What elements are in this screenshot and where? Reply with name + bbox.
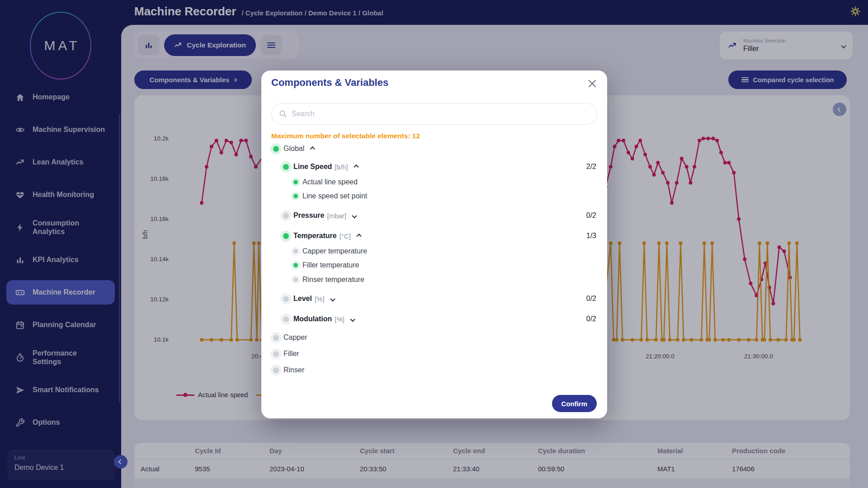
chevron-up-icon [310, 146, 315, 151]
tree-item-level[interactable]: Level[%]0/2 [261, 292, 607, 305]
tree-item-label: Global [283, 145, 304, 153]
tree-item-temperature[interactable]: Temperature[°C]1/3 [261, 229, 607, 243]
tree-item-capper[interactable]: Capper [261, 331, 607, 344]
selection-count: 0/2 [586, 295, 596, 303]
tree-item-label: Capper temperature [302, 247, 367, 255]
chevron-up-icon [354, 164, 359, 169]
selection-count: 0/2 [586, 211, 596, 220]
tree-item-label: Actual line speed [302, 178, 358, 186]
close-icon[interactable] [588, 80, 596, 88]
tree-item-filler[interactable]: Filler [261, 347, 607, 361]
tree-item-capper-temperature[interactable]: Capper temperature [261, 244, 607, 258]
tree-item-rinser[interactable]: Rinser [261, 363, 607, 377]
tree-item-label: Filler [283, 350, 299, 358]
tree-item-actual-line-speed[interactable]: Actual line speed [261, 175, 607, 189]
tree-item-line-speed-set-point[interactable]: Line speed set point [261, 189, 607, 203]
unselected-dot-icon [283, 316, 289, 322]
unselected-dot-icon [293, 249, 298, 253]
tree-item-pressure[interactable]: Pressure[mbar]0/2 [261, 209, 607, 222]
chevron-down-icon [330, 296, 335, 301]
tree-item-label: Rinser [283, 366, 304, 374]
selected-dot-icon [293, 194, 298, 198]
selected-dot-icon [293, 180, 298, 184]
unselected-dot-icon [283, 296, 289, 302]
tree-item-unit: [mbar] [327, 212, 347, 220]
chevron-down-icon [350, 317, 355, 322]
tree-item-global[interactable]: Global [261, 142, 607, 155]
tree-item-unit: [%] [335, 315, 344, 323]
tree-item-line-speed[interactable]: Line Speed[b/h]2/2 [261, 160, 607, 174]
tree-item-label: Capper [283, 333, 307, 342]
search-input[interactable] [292, 110, 590, 118]
max-selectable-note: Maximum number of selectable elements: 1… [271, 132, 420, 140]
tree-item-label: Modulation [293, 315, 332, 323]
tree-item-label: Filler temperature [302, 261, 359, 269]
search-box [271, 103, 597, 125]
selection-count: 1/3 [586, 232, 596, 240]
tree-item-label: Rinser temperature [302, 276, 364, 284]
tree-item-label: Line speed set point [302, 192, 367, 200]
unselected-dot-icon [273, 351, 279, 357]
selected-dot-icon [283, 233, 289, 239]
selected-dot-icon [283, 164, 289, 170]
chevron-down-icon [352, 213, 357, 218]
unselected-dot-icon [293, 277, 298, 282]
unselected-dot-icon [273, 367, 279, 373]
selected-dot-icon [273, 146, 279, 152]
tree-item-unit: [%] [315, 295, 325, 303]
tree-item-unit: [°C] [340, 232, 351, 240]
tree-item-unit: [b/h] [335, 163, 348, 171]
selected-dot-icon [293, 263, 298, 267]
tree-item-rinser-temperature[interactable]: Rinser temperature [261, 273, 607, 286]
tree-item-modulation[interactable]: Modulation[%]0/2 [261, 312, 607, 326]
tree-item-filler-temperature[interactable]: Filler temperature [261, 258, 607, 272]
unselected-dot-icon [273, 335, 279, 341]
components-variables-modal: Components & Variables Maximum number of… [261, 70, 607, 418]
tree-item-label: Pressure [293, 211, 325, 220]
tree-item-label: Temperature [293, 232, 337, 240]
tree-item-label: Level [293, 295, 312, 303]
tree-item-label: Line Speed [293, 163, 332, 171]
chevron-up-icon [356, 234, 361, 239]
search-icon [279, 110, 287, 118]
selection-count: 0/2 [586, 315, 596, 323]
unselected-dot-icon [283, 213, 289, 219]
selection-count: 2/2 [586, 163, 596, 171]
confirm-button[interactable]: Confirm [552, 395, 597, 412]
modal-title: Components & Variables [271, 77, 388, 89]
